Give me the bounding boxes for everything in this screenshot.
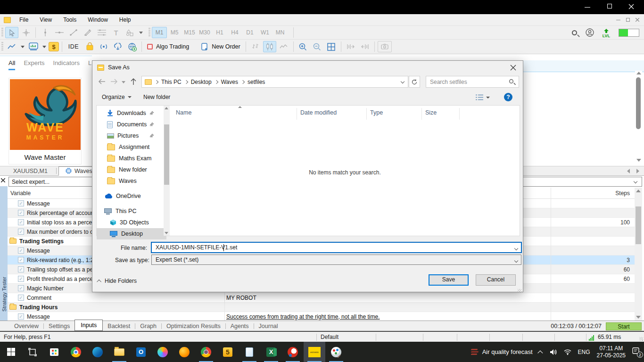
view-options-button[interactable] <box>476 94 490 100</box>
weather-widget[interactable]: Air quality forecast <box>471 348 533 355</box>
tab-settings[interactable]: Settings <box>44 321 74 331</box>
chrome-icon[interactable] <box>65 342 87 362</box>
menu-window[interactable]: Window <box>82 14 114 26</box>
copilot-icon[interactable] <box>152 342 173 362</box>
tree-item-onedrive[interactable]: OneDrive <box>97 190 166 202</box>
mdi-close-icon[interactable] <box>636 18 639 22</box>
menu-file[interactable]: File <box>14 14 34 26</box>
exness-icon[interactable]: exness <box>304 342 325 362</box>
checkbox-checked[interactable]: ✓ <box>18 219 24 225</box>
timeframe-m15[interactable]: M15 <box>182 27 197 38</box>
search-icon[interactable] <box>572 30 577 35</box>
scissors-app-icon[interactable] <box>282 342 304 362</box>
candlestick-mode-icon[interactable] <box>263 41 276 52</box>
toolbar-grip[interactable] <box>1 28 3 37</box>
timeframe-d1[interactable]: D1 <box>242 27 257 38</box>
zoom-out-icon[interactable] <box>311 41 324 52</box>
language-indicator[interactable]: ENG <box>578 349 590 355</box>
timeframe-mn[interactable]: MN <box>272 27 288 38</box>
mt5-icon[interactable]: 5 <box>217 342 239 362</box>
tab-experts[interactable]: Experts <box>24 59 44 68</box>
tab-optimization-results[interactable]: Optimization Results <box>162 321 225 331</box>
profile-icon[interactable] <box>586 28 594 37</box>
tab-all[interactable]: All <box>8 59 15 68</box>
organize-button[interactable]: Organize <box>102 94 132 100</box>
chevron-down-icon[interactable] <box>514 247 518 250</box>
breadcrumb-chevron-icon[interactable] <box>214 80 218 83</box>
vertical-line-tool-icon[interactable] <box>39 27 52 38</box>
chart-type-dropdown-icon[interactable] <box>21 46 25 48</box>
timeframe-w1[interactable]: W1 <box>257 27 272 38</box>
search-box[interactable]: Search setfiles <box>426 76 519 88</box>
breadcrumb-chevron-icon[interactable] <box>241 80 245 83</box>
tester-close-icon[interactable] <box>1 177 7 183</box>
tree-item-maths-exam[interactable]: Maths Exam <box>97 153 166 164</box>
tab-agents[interactable]: Agents <box>226 321 254 331</box>
shapes-dropdown-icon[interactable] <box>139 32 143 34</box>
chart-tab-xauusd[interactable]: XAUUSD,M1 <box>7 167 54 175</box>
column-steps[interactable]: Steps <box>615 190 630 197</box>
window-maximize-icon[interactable] <box>607 4 618 10</box>
screenshot-icon[interactable] <box>378 41 392 52</box>
microsoft-store-icon[interactable] <box>43 342 65 362</box>
cancel-button[interactable]: Cancel <box>476 274 516 286</box>
wifi-icon[interactable] <box>564 349 571 355</box>
excel-icon[interactable]: X <box>260 342 282 362</box>
save-as-type-select[interactable]: Expert Set (*.set) <box>151 255 521 265</box>
zoom-in-icon[interactable] <box>297 41 310 52</box>
breadcrumb-chevron-icon[interactable] <box>155 80 158 83</box>
tray-expand-icon[interactable] <box>537 350 543 355</box>
tree-item-documents[interactable]: Documents <box>97 119 166 130</box>
text-tool-icon[interactable]: T <box>109 27 123 38</box>
tab-indicators[interactable]: Indicators <box>53 59 80 68</box>
menu-view[interactable]: View <box>34 14 58 26</box>
table-group-row[interactable]: Trading Hours <box>8 303 635 312</box>
timeframe-m1[interactable]: M1 <box>152 27 167 38</box>
column-variable[interactable]: Variable <box>10 190 31 197</box>
tabs-scroll-right-icon[interactable] <box>636 169 639 173</box>
window-minimize-icon[interactable] <box>585 4 595 10</box>
tab-backtest[interactable]: Backtest <box>103 321 135 331</box>
timeframe-m30[interactable]: M30 <box>197 27 212 38</box>
shift-chart-right-icon[interactable] <box>344 41 357 52</box>
clock[interactable]: 07:11 AM 27-05-2025 <box>597 345 626 359</box>
new-folder-button[interactable]: New folder <box>143 94 170 100</box>
checkbox-checked[interactable]: ✓ <box>18 229 24 235</box>
column-size[interactable]: Size <box>425 109 437 116</box>
column-type[interactable]: Type <box>370 109 383 116</box>
market-bag-icon[interactable] <box>83 41 96 52</box>
checkbox-checked[interactable]: ✓ <box>18 257 24 263</box>
breadcrumb-this-pc[interactable]: This PC <box>161 79 182 85</box>
signals-icon[interactable] <box>97 41 110 52</box>
tree-item-3d-objects[interactable]: 3D Objects <box>97 217 166 228</box>
community-icon[interactable] <box>125 41 139 52</box>
market-panel-scrollbar[interactable] <box>635 71 642 163</box>
inputs-scrollbar[interactable] <box>635 188 642 321</box>
trendline-tool-icon[interactable] <box>67 27 80 38</box>
back-icon[interactable] <box>98 78 106 85</box>
task-view-icon[interactable] <box>22 342 43 362</box>
start-button[interactable]: Start <box>606 322 642 330</box>
help-button[interactable]: ? <box>504 93 512 101</box>
expert-card[interactable]: WAVE MASTER Wave Master <box>8 78 82 165</box>
scrollbar-thumb[interactable] <box>164 124 169 185</box>
table-row[interactable]: ✓CommentMY ROBOT <box>8 293 635 303</box>
mdi-restore-icon[interactable] <box>626 18 630 22</box>
edge-icon[interactable] <box>87 342 108 362</box>
market-watch-icon[interactable]: $ <box>49 42 59 51</box>
checkbox-checked[interactable]: ✓ <box>18 247 24 254</box>
tab-clipped[interactable]: L <box>88 59 91 68</box>
save-button[interactable]: Save <box>429 274 469 286</box>
bar-chart-mode-icon[interactable] <box>249 41 262 52</box>
fibonacci-tool-icon[interactable] <box>95 27 108 38</box>
menu-help[interactable]: Help <box>114 14 137 26</box>
mdi-minimize-icon[interactable] <box>616 20 620 20</box>
strategy-tester-strip[interactable]: Strategy Tester <box>0 186 8 324</box>
indicators-dropdown-icon[interactable] <box>42 46 46 48</box>
up-icon[interactable] <box>130 78 137 85</box>
level-up-indicator[interactable]: LVL <box>603 28 610 38</box>
window-close-icon[interactable] <box>628 4 639 10</box>
breadcrumb-setfiles[interactable]: setfiles <box>248 79 265 85</box>
checkbox-checked[interactable]: ✓ <box>18 276 24 282</box>
tree-scrollbar[interactable] <box>164 106 170 236</box>
